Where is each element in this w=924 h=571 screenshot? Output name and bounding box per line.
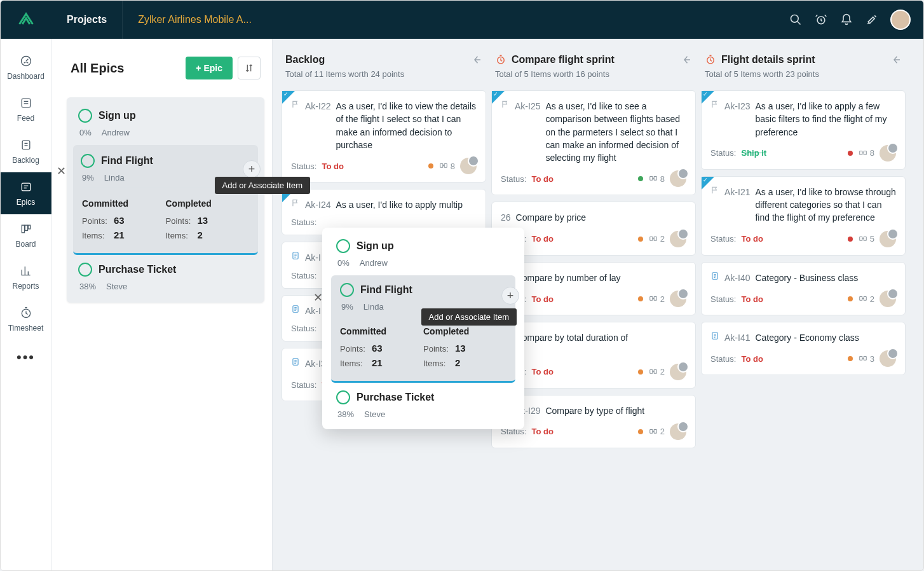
sort-button[interactable]	[238, 57, 261, 79]
epics-panel: All Epics + Epic Sign up 0%Andrew ✕ + Ad…	[51, 39, 273, 570]
ticket-card[interactable]: Ak-I25As a user, I'd like to see a compa…	[491, 90, 696, 195]
float-epic-signup[interactable]: Sign up 0%Andrew	[322, 234, 524, 273]
svg-rect-14	[25, 225, 27, 230]
app-logo[interactable]	[1, 11, 51, 29]
projects-link[interactable]: Projects	[51, 1, 123, 39]
sprint-icon	[495, 54, 506, 65]
collapse-icon[interactable]	[471, 54, 482, 65]
svg-rect-56	[860, 151, 862, 155]
svg-rect-4	[22, 99, 30, 107]
rail-reports[interactable]: Reports	[1, 256, 51, 298]
epic-find-flight[interactable]: ✕ + Add or Associate Item Find Flight 9%…	[73, 145, 258, 255]
link-count: 8	[858, 148, 874, 158]
assignee-avatar[interactable]	[880, 291, 896, 307]
progress-icon	[78, 263, 92, 277]
status-label: Status:	[710, 294, 736, 304]
rail-more[interactable]: •••	[17, 340, 35, 375]
assignee-avatar[interactable]	[670, 291, 686, 307]
reports-icon	[19, 264, 33, 278]
status-label: Status:	[710, 148, 736, 158]
add-epic-button[interactable]: + Epic	[186, 57, 233, 79]
rail-backlog[interactable]: Backlog	[1, 130, 51, 172]
epic-purchase-ticket[interactable]: Purchase Ticket 38%Steve	[67, 255, 264, 299]
status-value: Ship it	[741, 148, 766, 158]
assignee-avatar[interactable]	[880, 231, 896, 247]
epic-signup[interactable]: Sign up 0%Andrew	[67, 101, 264, 145]
doc-icon	[710, 272, 719, 280]
collapse-icon[interactable]	[890, 54, 902, 65]
board-icon	[19, 222, 33, 236]
svg-rect-57	[864, 151, 866, 155]
status-label: Status:	[710, 354, 736, 364]
status-label: Status:	[291, 380, 316, 390]
search-icon[interactable]	[789, 13, 803, 27]
float-epic-find-flight[interactable]: ✕ + Add or Associate Item Find Flight 9%…	[331, 275, 515, 383]
rail-board[interactable]: Board	[1, 214, 51, 256]
ticket-text: Compare by price	[516, 211, 587, 224]
user-avatar[interactable]	[890, 10, 911, 30]
feed-icon	[19, 96, 33, 110]
left-rail: Dashboard Feed Backlog Epics Board Repor…	[1, 39, 51, 570]
assignee-avatar[interactable]	[880, 145, 896, 162]
ticket-card[interactable]: Ak-I21As a user, I'd like to browse thro…	[701, 176, 906, 256]
ticket-id: Ak-I23	[724, 100, 750, 113]
ticket-id: Ak-I41	[724, 331, 750, 344]
svg-rect-45	[650, 369, 653, 373]
rail-epics[interactable]: Epics	[1, 172, 51, 214]
ticket-card[interactable]: Ak-I40Category - Business classStatus: T…	[701, 262, 906, 315]
breadcrumb[interactable]: Zylker Airlines Mobile A...	[123, 14, 267, 25]
priority-dot	[848, 151, 853, 156]
rail-feed[interactable]: Feed	[1, 88, 51, 130]
float-epic-purchase[interactable]: Purchase Ticket 38%Steve	[322, 384, 524, 422]
assignee-avatar[interactable]	[670, 423, 686, 440]
status-value: To do	[741, 234, 763, 244]
doc-icon	[291, 357, 300, 366]
float-stats: CommittedPoints:63Items:21 CompletedPoin…	[331, 319, 515, 381]
column-subtitle: Total of 11 Items worth 24 points	[285, 69, 482, 79]
ticket-text: As a user, I'd like to view the details …	[336, 100, 477, 151]
link-count: 3	[858, 354, 874, 364]
rail-dashboard[interactable]: Dashboard	[1, 46, 51, 88]
status-value: To do	[531, 174, 553, 184]
column-subtitle: Total of 5 Items worth 23 points	[705, 69, 902, 79]
svg-rect-59	[860, 237, 862, 240]
ticket-id: Ak-I25	[515, 100, 540, 113]
link-count: 2	[648, 427, 665, 436]
svg-rect-60	[864, 237, 866, 240]
ticket-id: Ak-I22	[305, 100, 330, 113]
svg-rect-74	[864, 357, 866, 361]
svg-rect-17	[440, 164, 443, 168]
tools-icon[interactable]	[865, 13, 879, 27]
doc-icon	[710, 331, 719, 340]
svg-rect-40	[654, 237, 656, 240]
ticket-card[interactable]: Ak-I22As a user, I'd like to view the de…	[282, 90, 486, 182]
assignee-avatar[interactable]	[880, 350, 896, 367]
svg-line-1	[798, 22, 801, 25]
assignee-avatar[interactable]	[670, 364, 686, 380]
close-icon[interactable]: ✕	[57, 164, 71, 178]
ticket-card[interactable]: Ak-I23As a user, I'd like to apply a few…	[701, 90, 906, 170]
close-icon[interactable]: ✕	[313, 291, 327, 305]
ticket-id: Ak-I	[305, 305, 321, 317]
tooltip-add-associate: Add or Associate Item	[421, 308, 517, 326]
ticket-card[interactable]: Ak-I41Category - Economy classStatus: To…	[701, 322, 906, 375]
assignee-avatar[interactable]	[460, 158, 477, 174]
bell-icon[interactable]	[839, 13, 853, 27]
column-title: Flight details sprint	[721, 54, 815, 65]
collapse-icon[interactable]	[681, 54, 692, 65]
tooltip-add-associate: Add or Associate Item	[215, 177, 310, 194]
status-label: Status:	[710, 234, 736, 244]
corner-check-icon	[702, 91, 714, 104]
assignee-avatar[interactable]	[670, 170, 686, 187]
priority-dot	[638, 369, 643, 375]
topbar: Projects Zylker Airlines Mobile A...	[1, 1, 923, 39]
link-count: 2	[648, 234, 665, 244]
priority-dot	[638, 176, 643, 181]
status-value: To do	[531, 427, 553, 436]
priority-dot	[848, 296, 853, 301]
link-count: 2	[648, 294, 665, 304]
alarm-icon[interactable]	[814, 13, 828, 27]
assignee-avatar[interactable]	[670, 231, 686, 247]
status-label: Status:	[291, 324, 316, 333]
rail-timesheet[interactable]: Timesheet	[1, 298, 51, 340]
